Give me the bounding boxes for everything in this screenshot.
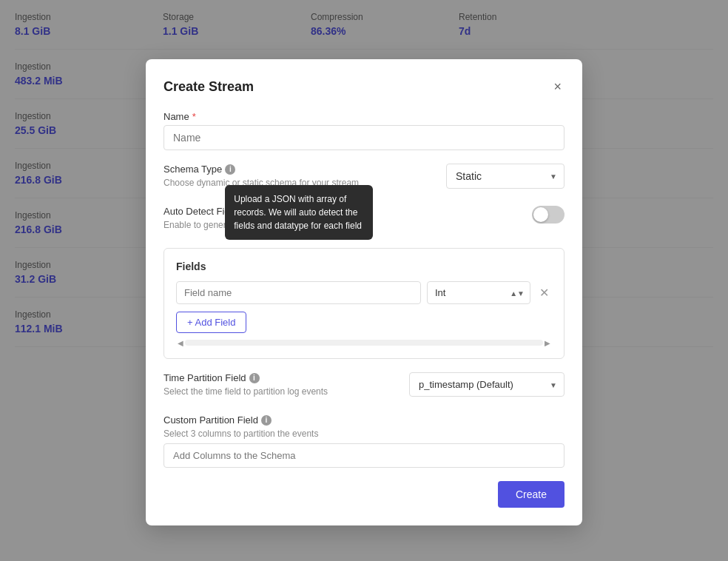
create-button[interactable]: Create: [498, 481, 564, 508]
schema-type-select-wrap: Static Dynamic ▼: [446, 164, 564, 189]
custom-partition-sublabel: Select 3 columns to partition the events: [164, 429, 564, 439]
close-button[interactable]: ×: [550, 77, 564, 96]
schema-type-select[interactable]: Static Dynamic: [446, 164, 564, 189]
toggle-knob: [533, 207, 548, 222]
modal-header: Create Stream ×: [164, 77, 564, 96]
fields-horizontal-scrollbar: ◀ ▶: [176, 339, 552, 346]
name-field-group: Name *: [164, 111, 564, 150]
schema-type-label: Schema Type i Upload a JSON with array o…: [164, 164, 446, 175]
schema-type-row: Schema Type i Upload a JSON with array o…: [164, 164, 564, 192]
name-label: Name *: [164, 111, 564, 122]
time-partition-sublabel: Select the time field to partition log e…: [164, 386, 409, 397]
time-partition-left: Time Partition Field i Select the time f…: [164, 372, 409, 401]
custom-partition-group: Custom Partition Field i Select 3 column…: [164, 414, 564, 468]
custom-partition-info-icon[interactable]: i: [261, 415, 272, 426]
h-scrollbar-track: [185, 340, 543, 346]
auto-detect-toggle[interactable]: [532, 206, 564, 224]
time-partition-select-wrap: p_timestamp (Default) ▼: [409, 372, 564, 397]
scroll-left-arrow-icon[interactable]: ◀: [176, 339, 185, 347]
field-row-1: Int String Float Boolean Timestamp ▲▼ ✕ …: [176, 281, 552, 304]
field-remove-button[interactable]: ✕: [536, 283, 552, 303]
modal-overlay: Create Stream × Name * Schema Type i Upl…: [0, 0, 728, 561]
fields-scroll-area: Int String Float Boolean Timestamp ▲▼ ✕ …: [176, 281, 552, 346]
time-partition-info-icon[interactable]: i: [249, 373, 260, 383]
field-type-select[interactable]: Int String Float Boolean Timestamp: [427, 281, 530, 304]
field-name-input[interactable]: [176, 281, 421, 304]
create-stream-modal: Create Stream × Name * Schema Type i Upl…: [146, 59, 582, 525]
schema-type-info-icon[interactable]: i: [225, 164, 235, 175]
time-partition-label: Time Partition Field i: [164, 372, 409, 383]
custom-partition-input[interactable]: [164, 443, 564, 468]
schema-type-tooltip: Upload a JSON with array of records. We …: [225, 185, 373, 240]
time-partition-select[interactable]: p_timestamp (Default): [409, 372, 564, 397]
schema-info-wrap: i Upload a JSON with array of records. W…: [225, 164, 235, 175]
add-field-button[interactable]: + Add Field: [176, 312, 246, 333]
modal-title: Create Stream: [164, 79, 254, 95]
scroll-right-arrow-icon[interactable]: ▶: [543, 339, 552, 347]
required-indicator: *: [192, 111, 196, 122]
field-type-wrap: Int String Float Boolean Timestamp ▲▼: [427, 281, 530, 304]
name-input[interactable]: [164, 125, 564, 150]
schema-type-left: Schema Type i Upload a JSON with array o…: [164, 164, 446, 192]
time-partition-row: Time Partition Field i Select the time f…: [164, 372, 564, 401]
fields-section: Fields Int String Float Boolean Timestam…: [164, 248, 564, 359]
modal-footer: Create: [164, 481, 564, 508]
fields-title: Fields: [176, 261, 552, 272]
custom-partition-label: Custom Partition Field i: [164, 414, 564, 426]
